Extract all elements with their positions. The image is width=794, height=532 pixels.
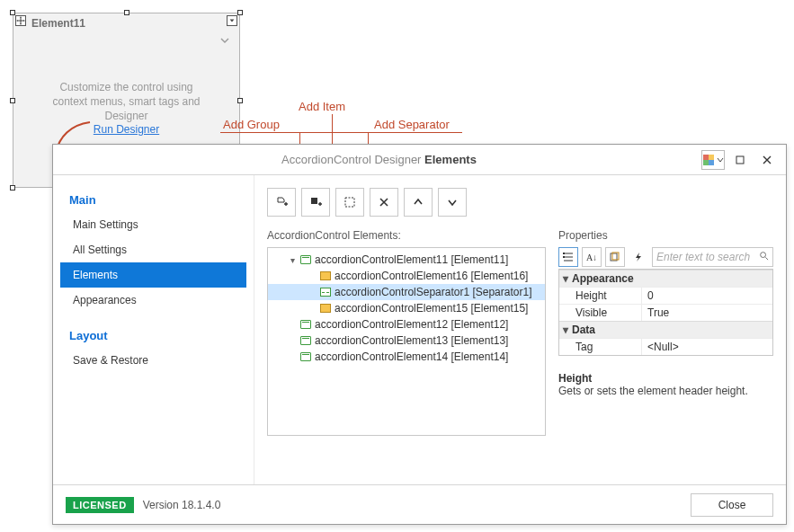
sidebar-item-appearances[interactable]: Appearances [60,288,246,313]
tree-row[interactable]: accordionControlElement14 [Element14] [268,349,545,365]
content-area: AccordionControl Elements: ▾accordionCon… [254,175,786,484]
group-icon [300,320,311,329]
color-scheme-button[interactable] [701,150,725,170]
prop-row-height[interactable]: Height 0 [559,287,772,304]
tree-row-label: accordionControlElement16 [Element16] [335,270,528,282]
tree-row-label: accordionControlElement11 [Element11] [315,253,508,266]
search-icon [759,251,769,263]
tree-row[interactable]: ▾accordionControlElement11 [Element11] [268,252,545,268]
tree-expander[interactable]: ▾ [288,255,297,265]
tree-row[interactable]: accordionControlElement13 [Element13] [268,332,545,349]
tree-row-label: accordionControlElement15 [Element15] [335,302,528,315]
window-title-page: Elements [424,153,477,166]
svg-rect-2 [345,198,354,207]
tree-label: AccordionControl Elements: [267,229,546,242]
annotation-add-separator: Add Separator [374,118,450,131]
prop-value[interactable]: 0 [642,288,772,304]
add-group-button[interactable] [267,188,296,217]
tree-row[interactable]: accordionControlElement16 [Element16] [268,268,545,284]
move-down-button[interactable] [438,188,467,217]
prop-description: Height Gets or sets the element header h… [558,372,773,397]
elements-toolbar [267,188,773,217]
window-title-prefix: AccordionControl Designer [281,153,421,166]
remove-button[interactable] [370,188,398,217]
prop-row-tag[interactable]: Tag <Null> [559,338,772,355]
close-button[interactable]: Close [691,493,773,517]
svg-rect-3 [563,253,565,254]
designer-window: AccordionControl Designer Elements Main … [52,144,787,525]
tree-row-label: accordionControlElement14 [Element14] [315,350,508,363]
annotation-add-group: Add Group [223,118,280,131]
sidebar-item-main-settings[interactable]: Main Settings [60,212,246,237]
add-separator-button[interactable] [335,188,364,217]
sep-icon [320,288,331,297]
svg-rect-4 [563,256,565,258]
prop-key: Height [559,288,642,304]
sidebar-item-all-settings[interactable]: All Settings [60,237,246,262]
sidebar: Main Main Settings All Settings Elements… [53,175,254,484]
prop-value[interactable]: True [642,305,772,321]
prop-row-visible[interactable]: Visible True [559,304,772,321]
footer: LICENSED Version 18.1.4.0 Close [53,484,786,524]
svg-rect-0 [736,156,744,164]
tree-row[interactable]: accordionControlElement15 [Element15] [268,300,545,316]
run-designer-link[interactable]: Run Designer [13,123,239,136]
prop-help-text: Gets or sets the element header height. [558,385,773,397]
sidebar-heading-main: Main [60,188,246,212]
annotation-add-item: Add Item [299,100,345,113]
prop-value[interactable]: <Null> [642,339,772,355]
hint-text: Customize the control using context menu… [13,80,239,124]
element-title: Element11 [31,17,85,30]
prop-alphabetical-button[interactable]: A↓ [582,247,602,267]
smart-tag-icon[interactable] [227,15,237,26]
tree-row-label: accordionControlElement13 [Element13] [315,334,508,347]
add-item-button[interactable] [301,188,330,217]
elements-tree[interactable]: ▾accordionControlElement11 [Element11]ac… [267,247,546,436]
svg-point-7 [761,253,766,258]
version-label: Version 18.1.4.0 [143,499,221,511]
properties-label: Properties [558,229,773,242]
prop-events-button[interactable] [629,247,648,267]
chevron-down-icon[interactable] [219,35,230,49]
prop-category-appearance[interactable]: ▾Appearance [559,270,772,287]
close-window-button[interactable] [755,150,779,170]
group-icon [300,352,311,361]
tree-row[interactable]: accordionControlSeparator1 [Separator1] [268,284,545,300]
resize-handle[interactable] [237,10,243,15]
tree-row-label: accordionControlSeparator1 [Separator1] [335,286,531,298]
resize-handle[interactable] [124,10,129,15]
prop-key: Visible [559,305,642,321]
svg-rect-1 [311,198,317,204]
group-icon [300,255,311,264]
annotation-line [220,132,462,133]
maximize-button[interactable] [728,150,752,170]
item-icon [320,304,331,313]
property-grid[interactable]: ▾Appearance Height 0 Visible True ▾Data … [558,269,773,356]
prop-search-input[interactable]: Enter text to search [652,247,773,267]
prop-category-data[interactable]: ▾Data [559,321,772,338]
titlebar: AccordionControl Designer Elements [53,145,786,175]
license-badge: LICENSED [66,497,134,513]
prop-pages-button[interactable] [605,247,625,267]
group-icon [300,336,311,345]
prop-categorized-button[interactable] [558,247,578,267]
sidebar-item-save-restore[interactable]: Save & Restore [60,348,246,373]
tree-row-label: accordionControlElement12 [Element12] [315,318,508,331]
item-icon [320,271,331,280]
sidebar-item-elements[interactable]: Elements [60,262,246,288]
prop-help-title: Height [558,372,773,385]
sidebar-heading-layout: Layout [60,324,246,348]
prop-search-placeholder: Enter text to search [656,251,755,263]
prop-key: Tag [559,339,642,355]
move-up-button[interactable] [404,188,433,217]
move-icon[interactable] [15,15,26,26]
resize-handle[interactable] [10,185,15,191]
tree-row[interactable]: accordionControlElement12 [Element12] [268,316,545,332]
